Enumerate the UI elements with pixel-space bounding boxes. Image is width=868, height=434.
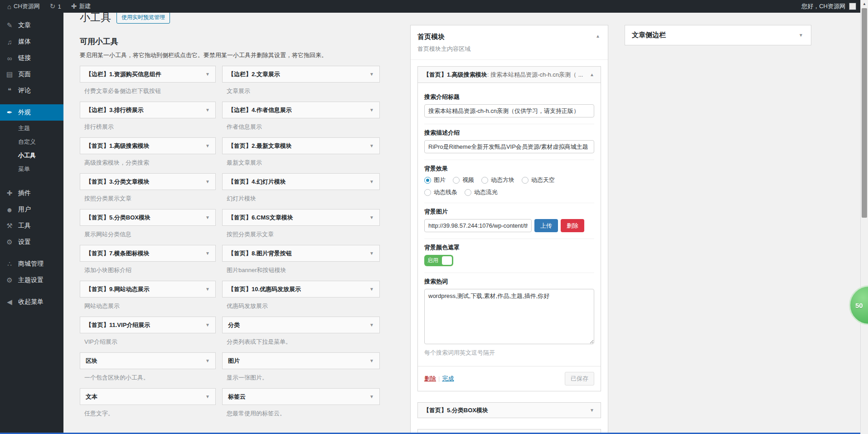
site-menu[interactable]: ⌂ CH资源网 [4,0,44,13]
widget-card[interactable]: 【首页】11.VIP介绍展示▼ [80,317,216,333]
delete-image-button[interactable]: 删除 [561,219,584,232]
widget-card[interactable]: 【边栏】2.文章展示▼ [222,66,380,83]
chevron-down-icon[interactable]: ▼ [589,407,595,414]
bg-effect-radio-glow[interactable]: 动态流光 [465,188,498,196]
widget-card[interactable]: 【首页】8.图片背景按钮▼ [222,245,380,262]
search-desc-input[interactable] [424,140,594,153]
widget-card[interactable]: 【边栏】3.排行榜展示▼ [80,102,216,118]
submenu-item-customize[interactable]: 自定义 [0,135,63,149]
chevron-up-icon[interactable]: ▲ [589,71,595,78]
chevron-down-icon[interactable]: ▼ [205,322,210,327]
article-sidebar-panel[interactable]: 文章侧边栏 ▼ [625,25,811,45]
chevron-down-icon[interactable]: ▼ [205,215,210,220]
bg-image-url-input[interactable] [424,219,532,232]
submenu-item-themes[interactable]: 主题 [0,122,63,135]
widget-delete-link[interactable]: 删除 [424,375,436,382]
chevron-down-icon[interactable]: ▼ [205,179,210,184]
chevron-up-icon[interactable]: ▲ [595,33,601,39]
widget-card[interactable]: 【边栏】1.资源购买信息组件▼ [80,66,216,83]
chevron-down-icon[interactable]: ▼ [369,322,374,327]
bg-effect-radio-sky[interactable]: 动态天空 [522,176,555,184]
bg-effect-radio-image[interactable]: 图片 [424,176,446,184]
chevron-down-icon[interactable]: ▼ [369,287,374,292]
sidebar-item-label: 媒体 [18,38,31,46]
sidebar-item-media[interactable]: ♫ 媒体 [0,34,63,50]
chevron-down-icon[interactable]: ▼ [205,358,210,363]
chevron-down-icon[interactable]: ▼ [205,287,210,292]
sidebar-item-label: 收起菜单 [18,298,44,306]
radio-label: 动态流光 [474,188,498,196]
sidebar-item-theme-settings[interactable]: ⚙ 主题设置 [0,272,63,288]
new-content-menu[interactable]: ✚ 新建 [68,0,95,13]
bg-effect-radio-blocks[interactable]: 动态方块 [481,176,514,184]
sidebar-item-users[interactable]: ☻ 用户 [0,201,63,218]
chevron-down-icon[interactable]: ▼ [369,179,374,184]
expanded-widget-header[interactable]: 【首页】1.高级搜索模块: 搜索本站精品资源-ch-h.cn亲测（ ... ▲ [418,67,601,83]
sidebar-item-tools[interactable]: ⚒ 工具 [0,218,63,234]
chevron-down-icon[interactable]: ▼ [369,215,374,220]
widget-card[interactable]: 【首页】10.优惠码发放展示▼ [222,281,380,297]
widget-card[interactable]: 【边栏】4.作者信息展示▼ [222,102,380,118]
widget-title: 区块 [86,357,97,365]
bg-mask-label: 背景颜色遮罩 [424,244,594,252]
submenu-item-widgets[interactable]: 小工具 [0,149,63,162]
account-menu[interactable]: 您好，CH资源网 [801,2,868,10]
chevron-down-icon[interactable]: ▼ [205,107,210,112]
scroll-up-arrow-icon[interactable]: ▲ [861,2,868,6]
widget-card[interactable]: 分类▼ [222,317,380,333]
sidebar-item-comments[interactable]: ❝ 评论 [0,83,63,99]
sidebar-item-label: 文章 [18,21,31,29]
sidebar-item-label: 链接 [18,54,31,62]
sidebar-item-posts[interactable]: ✎ 文章 [0,17,63,34]
sidebar-item-pages[interactable]: ▤ 页面 [0,66,63,83]
widget-card[interactable]: 文本▼ [80,388,216,405]
widget-card[interactable]: 【首页】7.横条图标模块▼ [80,245,216,262]
sidebar-item-settings[interactable]: ⚙ 设置 [0,234,63,250]
widget-card[interactable]: 【首页】5.分类BOX模块▼ [80,209,216,226]
chevron-down-icon[interactable]: ▼ [205,72,210,77]
sidebar-item-plugins[interactable]: ✚ 插件 [0,185,63,201]
widget-card[interactable]: 【首页】9.网站动态展示▼ [80,281,216,297]
widget-card[interactable]: 【首页】3.分类文章模块▼ [80,173,216,190]
search-title-input[interactable] [424,104,594,117]
chevron-down-icon[interactable]: ▼ [798,32,804,39]
sidebar-item-appearance[interactable]: ✒ 外观 [0,104,63,121]
upload-button[interactable]: 上传 [534,219,558,232]
widget-card[interactable]: 区块▼ [80,352,216,369]
widget-card[interactable]: 【首页】1.高级搜索模块▼ [80,137,216,154]
user-icon: ☻ [5,206,14,214]
widget-card[interactable]: 【首页】6.CMS文章模块▼ [222,209,380,226]
sidebar-item-label: 评论 [18,87,31,95]
widget-description: 最新文章展示 [227,159,380,166]
bg-effect-radio-video[interactable]: 视频 [453,176,474,184]
widget-card[interactable]: 【首页】2.最新文章模块▼ [222,137,380,154]
updates-menu[interactable]: ↻ 1 [46,0,65,13]
sidebar-item-mall-manage[interactable]: ∴ 商城管理 [0,256,63,272]
chevron-down-icon[interactable]: ▼ [205,251,210,256]
chevron-down-icon[interactable]: ▼ [369,394,374,399]
sidebar-item-links[interactable]: ∞ 链接 [0,50,63,66]
live-preview-manage-button[interactable]: 使用实时预览管理 [116,13,170,24]
chevron-down-icon[interactable]: ▼ [369,143,374,148]
vertical-scrollbar[interactable]: ▲ [860,0,868,434]
saved-button[interactable]: 已保存 [565,372,594,385]
bg-mask-toggle[interactable]: 启用 [424,255,453,266]
sidebar-item-collapse-menu[interactable]: ◀ 收起菜单 [0,294,63,310]
widget-card[interactable]: 标签云▼ [222,388,380,405]
widget-card[interactable]: 【首页】4.幻灯片模块▼ [222,173,380,190]
chevron-down-icon[interactable]: ▼ [205,143,210,148]
hot-words-textarea[interactable]: wordpress,测试,下载,素材,作品,主题,插件,你好 [424,289,594,344]
chevron-down-icon[interactable]: ▼ [369,72,374,77]
chevron-down-icon[interactable]: ▼ [369,251,374,256]
submenu-item-menus[interactable]: 菜单 [0,162,63,176]
scrollbar-thumb[interactable] [862,8,867,218]
collapsed-widget-category-box[interactable]: 【首页】5.分类BOX模块 ▼ [417,402,601,418]
widget-card[interactable]: 图片▼ [222,352,380,369]
chevron-down-icon[interactable]: ▼ [369,107,374,112]
chevron-down-icon[interactable]: ▼ [369,358,374,363]
chevron-down-icon[interactable]: ▼ [205,394,210,399]
widget-done-link[interactable]: 完成 [442,375,454,382]
collapse-icon: ◀ [5,298,14,306]
bg-effect-radio-lines[interactable]: 动态线条 [424,188,457,196]
widget-description: 按照分类展示文章 [84,195,216,202]
